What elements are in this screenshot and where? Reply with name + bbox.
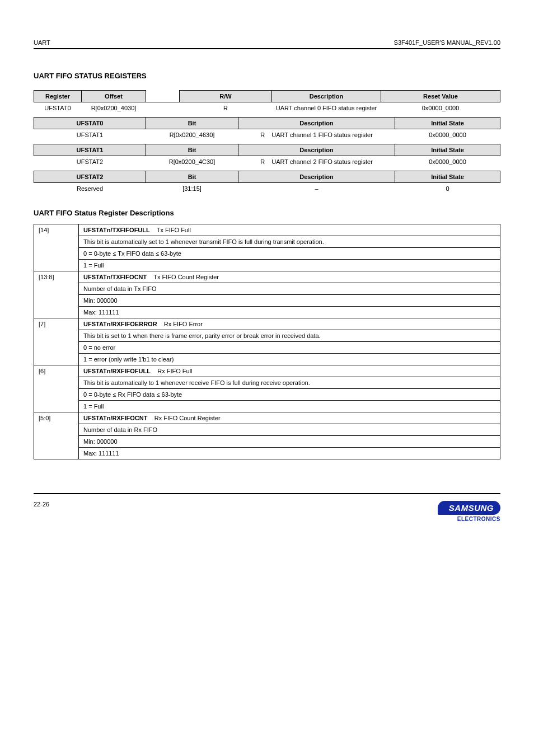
table-row: UFSTAT0 R[0x0200_4030] R UART channel 0 … [34, 102, 500, 114]
col-c: Description [238, 144, 395, 156]
table-row: 1 = error (only write 1'b1 to clear) [34, 354, 500, 365]
v0-cell: 0 = 0-byte ≤ Tx FIFO data ≤ 63-byte [79, 248, 500, 260]
field-header-table-0: UFSTAT0 Bit Description Initial State UF… [34, 117, 500, 140]
text-cell: This bit is set to 1 when there is frame… [79, 330, 500, 342]
cell-a: Reserved [34, 183, 146, 195]
v1-cell: 1 = error (only write 1'b1 to clear) [79, 354, 500, 365]
header-right: S3F401F_USER'S MANUAL_REV1.00 [394, 39, 500, 46]
table-row: Max: 111111 [34, 307, 500, 318]
cell-desc: R UART channel 2 FIFO status register [238, 156, 395, 168]
cell-rw: R [180, 102, 272, 114]
table-row: 0 = 0-byte ≤ Tx FIFO data ≤ 63-byte [34, 248, 500, 260]
table-row: Number of data in Rx FIFO [34, 424, 500, 436]
table-row: Number of data in Tx FIFO [34, 283, 500, 295]
table-row: This bit is set to 1 when there is frame… [34, 330, 500, 342]
table-header-row: UFSTAT0 Bit Description Initial State [34, 118, 500, 129]
col-description: Description [272, 91, 381, 102]
label-cell: UFSTATn/RXFIFOCNT Rx FIFO Count Register [79, 412, 500, 424]
cell-reset: 0x0000_0000 [395, 129, 500, 141]
table-row: Max: 111111 [34, 448, 500, 459]
samsung-logo-icon: SAMSUNG [438, 501, 500, 515]
table-row: Min: 000000 [34, 295, 500, 307]
brand-subtext: ELECTRONICS [438, 516, 500, 522]
cell-c: – [238, 183, 395, 195]
label-cell: UFSTATn/TXFIFOCNT Tx FIFO Count Register [79, 271, 500, 283]
cell-offset: R[0x0200_4C30] [146, 156, 238, 168]
cell-desc: R UART channel 1 FIFO status register [238, 129, 395, 141]
bits-cell: [14] [34, 224, 79, 271]
text-cell: This bit is automatically to 1 whenever … [79, 377, 500, 389]
cell-offset: R[0x0200_4630] [146, 129, 238, 141]
table-row: This bit is automatically to 1 whenever … [34, 377, 500, 389]
table-row: [7] UFSTATn/RXFIFOERROR Rx FIFO Error [34, 318, 500, 330]
table-row: 0 = 0-byte ≤ Rx FIFO data ≤ 63-byte [34, 389, 500, 401]
v0-cell: 0 = no error [79, 342, 500, 354]
cell-reset: 0x0000_0000 [395, 156, 500, 168]
col-rw: R/W [180, 91, 272, 102]
bits-cell: [5:0] [34, 412, 79, 459]
col-register: Register [34, 91, 82, 102]
table-row: 1 = Full [34, 260, 500, 271]
table-row: UFSTAT1 R[0x0200_4630] R UART channel 1 … [34, 129, 500, 141]
v1-cell: 1 = Full [79, 401, 500, 412]
col-c: Description [238, 171, 395, 183]
label-cell: UFSTATn/RXFIFOFULL Rx FIFO Full [79, 365, 500, 377]
table-row: [14] UFSTATn/TXFIFOFULL Tx FIFO Full [34, 224, 500, 236]
table-row: 0 = no error [34, 342, 500, 354]
table-row: [13:8] UFSTATn/TXFIFOCNT Tx FIFO Count R… [34, 271, 500, 283]
v0-cell: Min: 000000 [79, 295, 500, 307]
cell-description: UART channel 0 FIFO status register [272, 102, 381, 114]
text-cell: This bit is automatically set to 1 whene… [79, 236, 500, 248]
table-row: [5:0] UFSTATn/RXFIFOCNT Rx FIFO Count Re… [34, 412, 500, 424]
v1-cell: Max: 111111 [79, 448, 500, 459]
table-row: [6] UFSTATn/RXFIFOFULL Rx FIFO Full [34, 365, 500, 377]
text-cell: Number of data in Rx FIFO [79, 424, 500, 436]
col-reset: Reset Value [381, 91, 500, 102]
table-row: Min: 000000 [34, 436, 500, 448]
table-header-row: Register Offset R/W Description Reset Va… [34, 91, 500, 102]
v1-cell: Max: 111111 [79, 307, 500, 318]
col-d: Initial State [395, 171, 500, 183]
table-header-row: UFSTAT2 Bit Description Initial State [34, 171, 500, 183]
table-row: 1 = Full [34, 401, 500, 412]
col-b: Bit [146, 171, 238, 183]
col-rw-spacer [146, 91, 180, 102]
field-header-table-1: UFSTAT1 Bit Description Initial State UF… [34, 144, 500, 167]
page-header: UART S3F401F_USER'S MANUAL_REV1.00 [34, 39, 500, 46]
label-cell: UFSTATn/RXFIFOERROR Rx FIFO Error [79, 318, 500, 330]
col-a: UFSTAT1 [34, 144, 146, 156]
cell-d: 0 [395, 183, 500, 195]
header-left: UART [34, 39, 50, 46]
bits-cell: [7] [34, 318, 79, 365]
page-content: UART S3F401F_USER'S MANUAL_REV1.00 UART … [0, 0, 534, 756]
cell-register: UFSTAT1 [34, 129, 146, 141]
col-offset: Offset [82, 91, 146, 102]
brand-logo: SAMSUNG ELECTRONICS [438, 501, 500, 522]
cell-offset: R[0x0200_4030] [82, 102, 146, 114]
cell-spacer [146, 102, 180, 114]
header-divider [34, 48, 500, 49]
register-summary-table: Register Offset R/W Description Reset Va… [34, 90, 500, 114]
col-a: UFSTAT2 [34, 171, 146, 183]
cell-b: [31:15] [146, 183, 238, 195]
section-title: UART FIFO STATUS REGISTERS [34, 72, 500, 80]
cell-register: UFSTAT0 [34, 102, 82, 114]
bits-cell: [6] [34, 365, 79, 412]
col-c: Description [238, 118, 395, 129]
field-description-table: [14] UFSTATn/TXFIFOFULL Tx FIFO Full Thi… [34, 224, 500, 459]
table-row: UFSTAT2 R[0x0200_4C30] R UART channel 2 … [34, 156, 500, 168]
col-a: UFSTAT0 [34, 118, 146, 129]
text-cell: Number of data in Tx FIFO [79, 283, 500, 295]
label-cell: UFSTATn/TXFIFOFULL Tx FIFO Full [79, 224, 500, 236]
bits-cell: [13:8] [34, 271, 79, 318]
v0-cell: 0 = 0-byte ≤ Rx FIFO data ≤ 63-byte [79, 389, 500, 401]
table-row: This bit is automatically set to 1 whene… [34, 236, 500, 248]
field-header-table-2: UFSTAT2 Bit Description Initial State Re… [34, 171, 500, 194]
v0-cell: Min: 000000 [79, 436, 500, 448]
col-b: Bit [146, 118, 238, 129]
page-number: 22-26 [34, 501, 49, 508]
col-b: Bit [146, 144, 238, 156]
table-header-row: UFSTAT1 Bit Description Initial State [34, 144, 500, 156]
descriptions-title: UART FIFO Status Register Descriptions [34, 209, 500, 217]
col-d: Initial State [395, 118, 500, 129]
